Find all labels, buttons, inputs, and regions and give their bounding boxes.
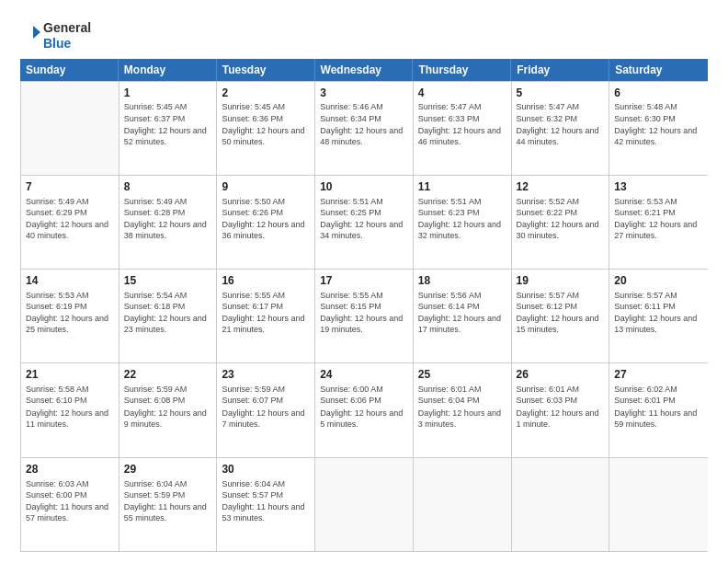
sunset-text: Sunset: 6:11 PM (614, 301, 703, 312)
sunset-text: Sunset: 6:01 PM (614, 395, 703, 406)
daylight-text: Daylight: 12 hours and 23 minutes. (124, 313, 212, 335)
sunrise-text: Sunrise: 6:01 AM (418, 384, 506, 395)
sunset-text: Sunset: 6:28 PM (124, 207, 212, 218)
sunset-text: Sunset: 6:10 PM (26, 395, 114, 406)
sunrise-text: Sunrise: 5:53 AM (26, 290, 114, 301)
sunset-text: Sunset: 6:03 PM (517, 395, 605, 406)
calendar-cell: 11Sunrise: 5:51 AMSunset: 6:23 PMDayligh… (414, 176, 512, 269)
svg-marker-0 (33, 26, 40, 39)
daylight-text: Daylight: 12 hours and 52 minutes. (124, 125, 212, 147)
day-number: 3 (320, 86, 408, 101)
calendar-cell: 28Sunrise: 6:03 AMSunset: 6:00 PMDayligh… (21, 458, 119, 551)
sunset-text: Sunset: 6:19 PM (26, 301, 114, 312)
daylight-text: Daylight: 12 hours and 15 minutes. (517, 313, 605, 335)
calendar-cell: 4Sunrise: 5:47 AMSunset: 6:33 PMDaylight… (414, 82, 512, 175)
daylight-text: Daylight: 12 hours and 13 minutes. (614, 313, 703, 335)
sunset-text: Sunset: 6:21 PM (614, 207, 703, 218)
sunrise-text: Sunrise: 5:51 AM (418, 196, 506, 207)
sunrise-text: Sunrise: 5:47 AM (418, 101, 506, 112)
sunset-text: Sunset: 6:04 PM (418, 395, 506, 406)
day-number: 1 (124, 86, 212, 101)
day-number: 5 (517, 86, 605, 101)
sunset-text: Sunset: 6:26 PM (222, 207, 310, 218)
sunset-text: Sunset: 6:36 PM (222, 113, 310, 124)
daylight-text: Daylight: 12 hours and 19 minutes. (320, 313, 408, 335)
calendar-row-1: 7Sunrise: 5:49 AMSunset: 6:29 PMDaylight… (21, 176, 708, 270)
daylight-text: Daylight: 12 hours and 21 minutes. (222, 313, 310, 335)
calendar-cell (512, 458, 610, 551)
day-number: 14 (26, 273, 114, 289)
sunset-text: Sunset: 6:15 PM (320, 301, 408, 312)
calendar-cell: 15Sunrise: 5:54 AMSunset: 6:18 PMDayligh… (119, 270, 218, 362)
sunset-text: Sunset: 6:22 PM (517, 207, 605, 218)
sunset-text: Sunset: 6:25 PM (320, 207, 408, 218)
day-number: 9 (222, 179, 310, 195)
sunset-text: Sunset: 6:33 PM (418, 113, 506, 124)
logo: General Blue (20, 20, 91, 52)
calendar-cell: 3Sunrise: 5:46 AMSunset: 6:34 PMDaylight… (315, 82, 414, 175)
sunrise-text: Sunrise: 5:45 AM (222, 101, 310, 112)
sunrise-text: Sunrise: 6:04 AM (222, 478, 310, 489)
day-number: 21 (26, 367, 114, 383)
sunset-text: Sunset: 6:00 PM (26, 489, 114, 500)
logo-shape (20, 22, 40, 42)
sunrise-text: Sunrise: 5:46 AM (320, 101, 408, 112)
sunrise-text: Sunrise: 5:47 AM (517, 101, 605, 112)
sunset-text: Sunset: 6:30 PM (614, 113, 703, 124)
sunrise-text: Sunrise: 5:53 AM (614, 196, 703, 207)
calendar-cell (414, 458, 512, 551)
daylight-text: Daylight: 12 hours and 34 minutes. (320, 219, 408, 241)
sunrise-text: Sunrise: 5:49 AM (124, 196, 212, 207)
daylight-text: Daylight: 12 hours and 32 minutes. (418, 219, 506, 241)
calendar-cell: 30Sunrise: 6:04 AMSunset: 5:57 PMDayligh… (217, 458, 315, 551)
sunrise-text: Sunrise: 5:50 AM (222, 196, 310, 207)
weekday-header-monday: Monday (119, 59, 217, 81)
daylight-text: Daylight: 12 hours and 3 minutes. (418, 408, 506, 430)
calendar-cell: 21Sunrise: 5:58 AMSunset: 6:10 PMDayligh… (21, 363, 119, 456)
day-number: 7 (26, 179, 114, 195)
sunrise-text: Sunrise: 6:02 AM (614, 384, 703, 395)
sunrise-text: Sunrise: 6:00 AM (320, 384, 408, 395)
calendar-cell: 5Sunrise: 5:47 AMSunset: 6:32 PMDaylight… (512, 82, 610, 175)
logo-general: General (43, 20, 91, 36)
sunset-text: Sunset: 6:37 PM (124, 113, 212, 124)
daylight-text: Daylight: 12 hours and 7 minutes. (222, 408, 310, 430)
calendar-cell: 13Sunrise: 5:53 AMSunset: 6:21 PMDayligh… (609, 176, 708, 269)
daylight-text: Daylight: 11 hours and 59 minutes. (614, 408, 703, 430)
calendar-cell: 10Sunrise: 5:51 AMSunset: 6:25 PMDayligh… (315, 176, 414, 269)
day-number: 20 (614, 273, 703, 289)
sunset-text: Sunset: 5:57 PM (222, 489, 310, 500)
page: General Blue SundayMondayTuesdayWednesda… (0, 0, 728, 563)
daylight-text: Daylight: 12 hours and 5 minutes. (320, 408, 408, 430)
calendar-cell: 19Sunrise: 5:57 AMSunset: 6:12 PMDayligh… (512, 270, 610, 362)
calendar-cell: 27Sunrise: 6:02 AMSunset: 6:01 PMDayligh… (609, 363, 708, 456)
calendar-cell: 2Sunrise: 5:45 AMSunset: 6:36 PMDaylight… (217, 82, 315, 175)
day-number: 30 (222, 462, 310, 477)
sunrise-text: Sunrise: 5:59 AM (124, 384, 212, 395)
sunrise-text: Sunrise: 5:56 AM (418, 290, 506, 301)
sunset-text: Sunset: 6:34 PM (320, 113, 408, 124)
calendar-row-0: 1Sunrise: 5:45 AMSunset: 6:37 PMDaylight… (21, 82, 708, 176)
sunset-text: Sunset: 6:06 PM (320, 395, 408, 406)
weekday-header-wednesday: Wednesday (315, 59, 414, 81)
day-number: 18 (418, 273, 506, 289)
day-number: 8 (124, 179, 212, 195)
calendar-cell: 1Sunrise: 5:45 AMSunset: 6:37 PMDaylight… (119, 82, 218, 175)
calendar-cell: 7Sunrise: 5:49 AMSunset: 6:29 PMDaylight… (21, 176, 119, 269)
day-number: 26 (517, 367, 605, 383)
sunset-text: Sunset: 5:59 PM (124, 489, 212, 500)
daylight-text: Daylight: 12 hours and 27 minutes. (614, 219, 703, 241)
day-number: 22 (124, 367, 212, 383)
calendar-cell: 24Sunrise: 6:00 AMSunset: 6:06 PMDayligh… (315, 363, 414, 456)
daylight-text: Daylight: 12 hours and 11 minutes. (26, 408, 114, 430)
sunset-text: Sunset: 6:17 PM (222, 301, 310, 312)
sunrise-text: Sunrise: 6:01 AM (517, 384, 605, 395)
sunset-text: Sunset: 6:08 PM (124, 395, 212, 406)
daylight-text: Daylight: 12 hours and 42 minutes. (614, 125, 703, 147)
sunrise-text: Sunrise: 6:04 AM (124, 478, 212, 489)
day-number: 6 (614, 86, 703, 101)
daylight-text: Daylight: 11 hours and 55 minutes. (124, 501, 212, 523)
sunrise-text: Sunrise: 5:57 AM (614, 290, 703, 301)
calendar-cell: 9Sunrise: 5:50 AMSunset: 6:26 PMDaylight… (217, 176, 315, 269)
day-number: 16 (222, 273, 310, 289)
